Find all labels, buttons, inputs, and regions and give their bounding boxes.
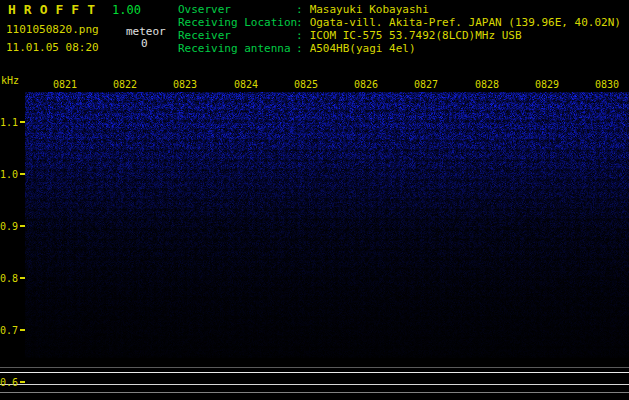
noise-fade-overlay: [25, 92, 629, 358]
time-axis-label: 0825: [294, 79, 318, 90]
hrofft-screen: HROFFT 1.00 1101050820.png meteor 0 11.0…: [0, 0, 629, 400]
signal-level-line: [0, 367, 629, 368]
spectrogram-plot-area: [25, 92, 629, 358]
time-axis-label: 0823: [173, 79, 197, 90]
info-row-observer: Ovserver:Masayuki Kobayashi: [178, 3, 621, 16]
frequency-tick: [20, 121, 25, 123]
info-label: Receiving Location: [178, 16, 296, 29]
info-row-receiver: Receiver:ICOM IC-575 53.7492(8LCD)MHz US…: [178, 29, 621, 42]
time-axis-label: 0822: [113, 79, 137, 90]
meteor-count: 0: [141, 37, 148, 50]
info-label: Ovserver: [178, 3, 296, 16]
frequency-tick: [20, 381, 25, 383]
signal-level-panel: [0, 358, 629, 400]
info-value: Masayuki Kobayashi: [310, 3, 429, 16]
frequency-tick: [20, 225, 25, 227]
time-axis-label: 0828: [475, 79, 499, 90]
time-axis-label: 0829: [535, 79, 559, 90]
frequency-tick: [20, 173, 25, 175]
info-label: Receiver: [178, 29, 296, 42]
info-value: A504HB(yagi 4el): [310, 42, 416, 55]
time-axis-label: 0827: [414, 79, 438, 90]
time-axis-label: 0821: [53, 79, 77, 90]
time-axis-label: 0824: [234, 79, 258, 90]
info-separator: :: [296, 29, 303, 42]
info-row-location: Receiving Location:Ogata-vill. Akita-Pre…: [178, 16, 621, 29]
frequency-tick: [20, 277, 25, 279]
time-axis-label: 0826: [354, 79, 378, 90]
info-row-antenna: Receiving antenna:A504HB(yagi 4el): [178, 42, 621, 55]
info-value: Ogata-vill. Akita-Pref. JAPAN (139.96E, …: [310, 16, 621, 29]
info-value: ICOM IC-575 53.7492(8LCD)MHz USB: [310, 29, 522, 42]
station-info: Ovserver:Masayuki Kobayashi Receiving Lo…: [178, 3, 621, 55]
signal-level-line: [0, 384, 629, 385]
time-axis-label: 0830: [595, 79, 619, 90]
info-separator: :: [296, 42, 303, 55]
signal-level-line: [0, 392, 629, 393]
signal-level-line: [0, 372, 629, 373]
app-version: 1.00: [112, 3, 141, 17]
info-separator: :: [296, 3, 303, 16]
info-separator: :: [296, 16, 303, 29]
frequency-ticks: [0, 0, 26, 400]
frequency-tick: [20, 329, 25, 331]
time-axis: 0821 0822 0823 0824 0825 0826 0827 0828 …: [0, 79, 629, 91]
info-label: Receiving antenna: [178, 42, 296, 55]
